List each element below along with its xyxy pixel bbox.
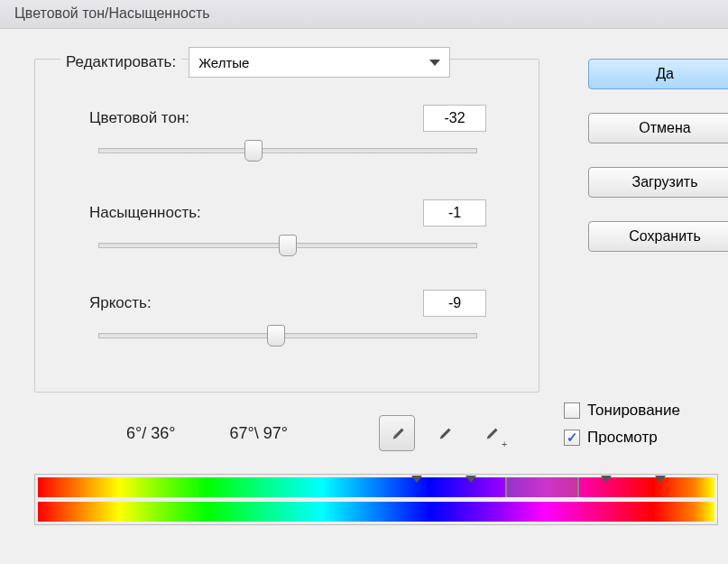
cancel-button[interactable]: Отмена: [588, 113, 728, 143]
spectrum-strips: [34, 474, 718, 525]
hue-slider-thumb[interactable]: [244, 140, 263, 162]
lightness-input[interactable]: [423, 290, 486, 317]
hue-saturation-dialog: Цветовой тон/Насыщенность Редактировать:…: [0, 0, 728, 564]
load-button[interactable]: Загрузить: [588, 167, 728, 198]
lightness-slider[interactable]: [98, 333, 477, 338]
saturation-label: Насыщенность:: [89, 204, 201, 222]
checkbox-group: Тонирование Просмотр: [564, 402, 680, 456]
eyedropper-tools: + −: [379, 415, 509, 451]
preview-row: Просмотр: [564, 429, 680, 447]
edit-dropdown-value: Желтые: [198, 55, 249, 70]
save-button[interactable]: Сохранить: [588, 221, 728, 252]
edit-row: Редактировать: Желтые: [60, 47, 450, 78]
ok-button[interactable]: Да: [588, 59, 728, 89]
spectrum-range-bar[interactable]: [505, 477, 580, 497]
hue-slider[interactable]: [98, 148, 477, 153]
eyedropper-icon[interactable]: [379, 415, 415, 451]
eyedropper-minus-icon[interactable]: −: [473, 415, 509, 451]
window-titlebar[interactable]: Цветовой тон/Насыщенность: [0, 0, 728, 29]
hue-block: Цветовой тон:: [89, 105, 486, 153]
edit-groupbox: Редактировать: Желтые Цветовой тон: Насы…: [34, 59, 539, 393]
button-column: Да Отмена Загрузить Сохранить: [588, 59, 728, 275]
range-right: 67°\ 97°: [229, 424, 287, 443]
eyedropper-plus-icon[interactable]: +: [426, 415, 462, 451]
hue-label: Цветовой тон:: [89, 109, 189, 127]
hue-input[interactable]: [423, 105, 486, 132]
spectrum-bottom: [38, 502, 714, 522]
lightness-slider-thumb[interactable]: [267, 325, 285, 347]
saturation-slider[interactable]: [98, 243, 477, 248]
colorize-row: Тонирование: [564, 402, 680, 420]
spectrum-marker[interactable]: [655, 476, 666, 483]
preview-checkbox[interactable]: [564, 430, 580, 446]
colorize-checkbox[interactable]: [564, 402, 580, 419]
window-title: Цветовой тон/Насыщенность: [14, 5, 210, 21]
spectrum-top[interactable]: [38, 477, 714, 497]
lightness-label: Яркость:: [89, 294, 152, 312]
range-values: 6°/ 36° 67°\ 97°: [126, 424, 288, 443]
saturation-block: Насыщенность:: [89, 199, 486, 248]
saturation-slider-thumb[interactable]: [279, 235, 297, 256]
lightness-block: Яркость:: [89, 290, 486, 338]
preview-label: Просмотр: [587, 429, 658, 447]
spectrum-marker[interactable]: [411, 476, 422, 483]
edit-label: Редактировать:: [60, 53, 181, 71]
edit-dropdown[interactable]: Желтые: [189, 47, 450, 78]
spectrum-marker[interactable]: [465, 476, 476, 483]
chevron-down-icon: [429, 60, 440, 66]
range-left: 6°/ 36°: [126, 424, 175, 443]
colorize-label: Тонирование: [587, 402, 680, 420]
dialog-content: Редактировать: Желтые Цветовой тон: Насы…: [0, 59, 728, 564]
spectrum-marker[interactable]: [601, 476, 612, 483]
saturation-input[interactable]: [423, 199, 486, 227]
